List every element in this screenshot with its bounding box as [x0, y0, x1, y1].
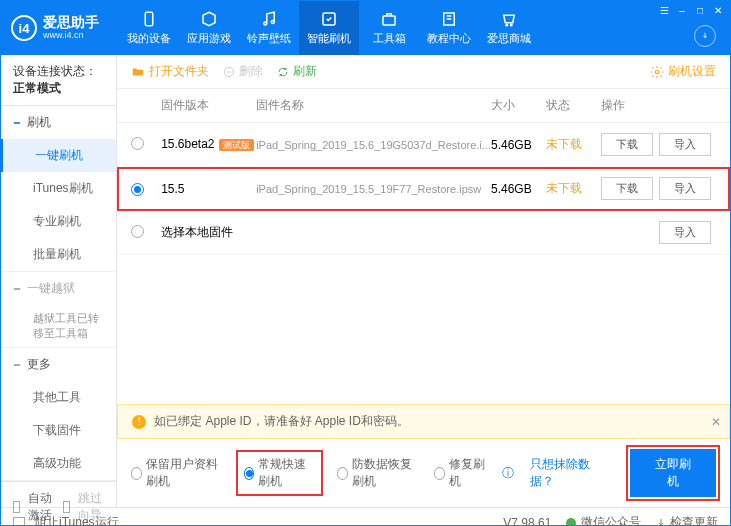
delete-icon: [223, 66, 235, 78]
toolbar: 打开文件夹 删除 刷新 刷机设置: [117, 55, 730, 89]
wechat-icon: [565, 517, 577, 526]
logo-icon: i4: [11, 15, 37, 41]
row-radio[interactable]: [131, 137, 144, 150]
sidebar: 设备连接状态：正常模式 刷机 一键刷机 iTunes刷机 专业刷机 批量刷机 一…: [1, 55, 117, 507]
svg-point-7: [511, 24, 513, 26]
row-radio[interactable]: [131, 183, 144, 196]
brand-name: 爱思助手: [43, 15, 99, 30]
nav-toolbox[interactable]: 工具箱: [359, 1, 419, 55]
nav-flash[interactable]: 智能刷机: [299, 1, 359, 55]
flash-icon: [320, 10, 338, 28]
auto-activate-checkbox[interactable]: [13, 501, 20, 513]
book-icon: [440, 10, 458, 28]
nav-ringtones[interactable]: 铃声壁纸: [239, 1, 299, 55]
skip-guide-checkbox[interactable]: [63, 501, 70, 513]
maximize-icon[interactable]: □: [694, 5, 706, 17]
close-warning-icon[interactable]: ✕: [711, 415, 721, 429]
erase-link[interactable]: 只想抹除数据？: [530, 456, 597, 490]
radio-icon: [337, 467, 348, 480]
firmware-row-selected[interactable]: 15.5 iPad_Spring_2019_15.5_19F77_Restore…: [117, 167, 730, 211]
wechat-link[interactable]: 微信公众号: [565, 514, 640, 526]
toolbox-icon: [380, 10, 398, 28]
radio-icon: [434, 467, 445, 480]
sidebar-item-advanced[interactable]: 高级功能: [1, 447, 116, 480]
mode-anti-recovery[interactable]: 防数据恢复刷机: [337, 456, 418, 490]
main-nav: 我的设备 应用游戏 铃声壁纸 智能刷机 工具箱 教程中心 爱思商城: [119, 1, 720, 55]
warning-bar: ! 如已绑定 Apple ID，请准备好 Apple ID和密码。 ✕: [117, 404, 730, 439]
section-more[interactable]: 更多: [1, 348, 116, 381]
svg-rect-4: [383, 16, 395, 25]
nav-store[interactable]: 爱思商城: [479, 1, 539, 55]
beta-badge: 测试版: [219, 139, 254, 151]
logo: i4 爱思助手 www.i4.cn: [11, 15, 99, 41]
mode-bar: 保留用户资料刷机 常规快速刷机 防数据恢复刷机 修复刷机 ⓘ 只想抹除数据？ 立…: [117, 439, 730, 507]
apps-icon: [200, 10, 218, 28]
svg-point-2: [271, 21, 274, 24]
mode-keep-data[interactable]: 保留用户资料刷机: [131, 456, 222, 490]
collapse-icon: [13, 119, 21, 127]
cart-icon: [500, 10, 518, 28]
sidebar-item-pro[interactable]: 专业刷机: [1, 205, 116, 238]
row-radio[interactable]: [131, 225, 144, 238]
warning-icon: !: [132, 415, 146, 429]
flash-settings-button[interactable]: 刷机设置: [650, 63, 716, 80]
window-controls: ☰ – □ ✕: [658, 5, 724, 17]
radio-icon: [244, 467, 255, 480]
refresh-icon: [277, 66, 289, 78]
refresh-button[interactable]: 刷新: [277, 63, 317, 80]
radio-icon: [131, 467, 142, 480]
open-folder-button[interactable]: 打开文件夹: [131, 63, 209, 80]
firmware-row[interactable]: 15.6beta2测试版 iPad_Spring_2019_15.6_19G50…: [117, 123, 730, 167]
svg-rect-9: [14, 288, 20, 290]
import-button[interactable]: 导入: [659, 177, 711, 200]
close-icon[interactable]: ✕: [712, 5, 724, 17]
jailbreak-note: 越狱工具已转移至工具箱: [1, 305, 116, 347]
svg-rect-0: [145, 12, 153, 26]
svg-rect-10: [14, 364, 20, 366]
local-firmware-row[interactable]: 选择本地固件 导入: [117, 211, 730, 255]
nav-tutorials[interactable]: 教程中心: [419, 1, 479, 55]
mode-quick[interactable]: 常规快速刷机: [238, 452, 321, 494]
check-update-link[interactable]: 检查更新: [655, 514, 718, 526]
section-flash[interactable]: 刷机: [1, 106, 116, 139]
app-header: i4 爱思助手 www.i4.cn 我的设备 应用游戏 铃声壁纸 智能刷机 工具…: [1, 1, 730, 55]
flash-now-button[interactable]: 立即刷机: [630, 449, 716, 497]
delete-button[interactable]: 删除: [223, 63, 263, 80]
gear-icon: [650, 65, 664, 79]
nav-apps[interactable]: 应用游戏: [179, 1, 239, 55]
download-button[interactable]: 下载: [601, 177, 653, 200]
phone-icon: [140, 10, 158, 28]
download-button[interactable]: 下载: [601, 133, 653, 156]
collapse-icon: [13, 285, 21, 293]
sidebar-item-download[interactable]: 下载固件: [1, 414, 116, 447]
collapse-icon: [13, 361, 21, 369]
svg-point-13: [655, 70, 659, 74]
svg-point-14: [566, 518, 576, 526]
sidebar-item-batch[interactable]: 批量刷机: [1, 238, 116, 271]
import-button[interactable]: 导入: [659, 133, 711, 156]
section-jailbreak[interactable]: 一键越狱: [1, 272, 116, 305]
sidebar-item-itunes[interactable]: iTunes刷机: [1, 172, 116, 205]
brand-url: www.i4.cn: [43, 31, 99, 41]
minimize-icon[interactable]: –: [676, 5, 688, 17]
menu-icon[interactable]: ☰: [658, 5, 670, 17]
sidebar-item-other[interactable]: 其他工具: [1, 381, 116, 414]
main-content: 打开文件夹 删除 刷新 刷机设置 固件版本 固件名称 大小 状态 操作 15.6…: [117, 55, 730, 507]
music-icon: [260, 10, 278, 28]
svg-point-6: [506, 24, 508, 26]
folder-icon: [131, 65, 145, 79]
info-icon[interactable]: ⓘ: [502, 465, 514, 482]
connection-status: 设备连接状态：正常模式: [1, 55, 116, 106]
nav-my-device[interactable]: 我的设备: [119, 1, 179, 55]
table-header: 固件版本 固件名称 大小 状态 操作: [117, 89, 730, 123]
mode-repair[interactable]: 修复刷机: [434, 456, 486, 490]
svg-rect-8: [14, 122, 20, 124]
svg-point-1: [264, 22, 267, 25]
update-icon: [655, 517, 667, 526]
sidebar-item-oneclick[interactable]: 一键刷机: [1, 139, 116, 172]
import-button[interactable]: 导入: [659, 221, 711, 244]
download-indicator-icon[interactable]: [694, 25, 716, 47]
block-itunes-checkbox[interactable]: [13, 517, 25, 527]
version-label: V7.98.61: [503, 516, 551, 527]
